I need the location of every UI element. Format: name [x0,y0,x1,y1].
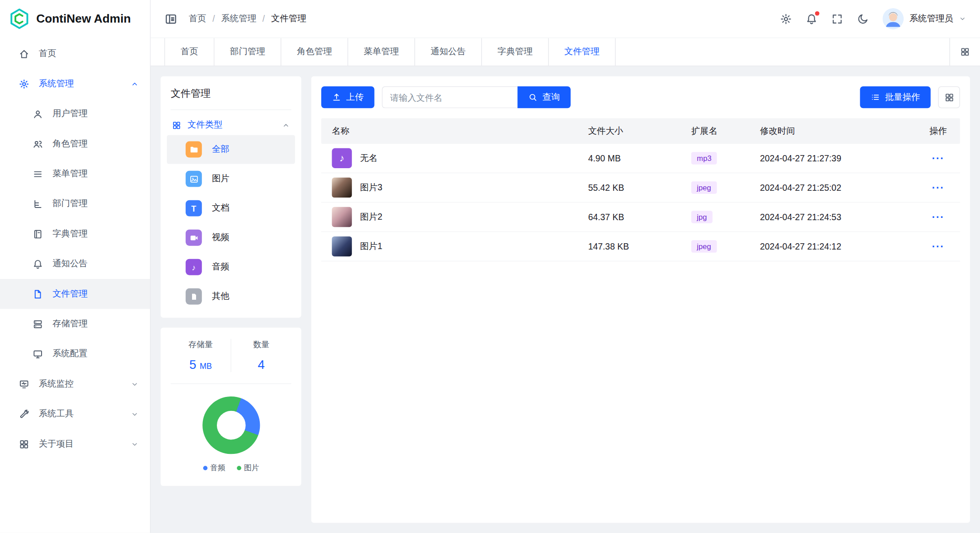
file-type-other[interactable]: 其他 [167,282,295,311]
sidebar-item-system-tools[interactable]: 系统工具 [0,399,150,429]
file-type-all[interactable]: 全部 [167,135,295,164]
tab-dictionary[interactable]: 字典管理 [482,38,549,66]
logo[interactable]: ContiNew Admin [0,0,150,38]
sidebar-item-dictionary[interactable]: 字典管理 [0,219,150,249]
sidebar-item-system-monitor[interactable]: 系统监控 [0,369,150,399]
menu-fold-button[interactable] [164,12,178,25]
file-icon [33,288,43,299]
sidebar-item-system-config[interactable]: 系统配置 [0,339,150,369]
audio-file-icon: ♪ [332,148,352,168]
bell-icon [33,259,43,269]
file-icon [186,288,202,305]
legend-images: 图片 [237,463,259,474]
sidebar-item-menus[interactable]: 菜单管理 [0,159,150,189]
users-icon [33,138,43,149]
notifications-button[interactable] [806,13,817,24]
file-size: 147.38 KB [588,241,691,251]
legend-dot-audio [203,466,207,471]
sidebar-item-roles[interactable]: 角色管理 [0,129,150,159]
count-label: 数量 [231,339,291,350]
count-stat: 数量 4 [230,339,291,372]
menu-fold-icon [164,12,178,25]
tab-files[interactable]: 文件管理 [549,38,616,66]
sidebar-item-label: 菜单管理 [52,168,139,179]
row-actions-button[interactable]: ··· [932,153,944,164]
table-row[interactable]: 图片1 147.38 KB jpeg 2024-04-27 21:24:12 ·… [321,232,960,261]
wrench-icon [19,409,29,420]
grid-view-button[interactable] [938,86,960,108]
legend-label: 图片 [244,463,259,474]
file-type-images[interactable]: 图片 [167,165,295,193]
panel-title: 文件管理 [171,88,291,110]
query-button[interactable]: 查询 [517,86,571,108]
table-row[interactable]: 图片2 64.37 KB jpg 2024-04-27 21:24:53 ··· [321,203,960,232]
search-input[interactable] [382,86,517,108]
row-actions-button[interactable]: ··· [932,212,944,222]
main-column: 首页 / 系统管理 / 文件管理 [150,0,980,533]
file-size: 64.37 KB [588,212,691,222]
breadcrumb-item-home[interactable]: 首页 [189,13,206,24]
settings-button[interactable] [780,13,792,24]
batch-actions-button[interactable]: 批量操作 [860,86,930,108]
folder-icon [186,142,202,158]
storage-icon [33,319,43,330]
file-mtime: 2024-04-27 21:25:02 [760,183,916,193]
tab-label: 字典管理 [497,46,532,57]
grid-icon [172,120,181,130]
tab-notices[interactable]: 通知公告 [415,38,482,66]
file-mtime: 2024-04-27 21:24:53 [760,212,916,222]
file-name: 图片2 [360,212,383,223]
tab-home[interactable]: 首页 [164,38,215,66]
fullscreen-button[interactable] [831,13,843,24]
tab-departments[interactable]: 部门管理 [214,38,281,66]
upload-button[interactable]: 上传 [321,86,375,108]
file-type-section-toggle[interactable]: 文件类型 [171,110,291,134]
file-type-videos[interactable]: 视频 [167,223,295,252]
sidebar-item-files[interactable]: 文件管理 [0,279,150,309]
table-row[interactable]: 图片3 55.42 KB jpeg 2024-04-27 21:25:02 ··… [321,173,960,203]
sidebar-item-storage[interactable]: 存储管理 [0,309,150,339]
breadcrumb-separator: / [212,14,215,24]
sidebar-item-label: 通知公告 [52,258,139,269]
sidebar-item-users[interactable]: 用户管理 [0,99,150,129]
app-root: ContiNew Admin 首页 系统管理 用户管理 角色管理 [0,0,980,533]
table-row[interactable]: ♪ 无名 4.90 MB mp3 2024-04-27 21:27:39 ··· [321,144,960,173]
chevron-down-icon [131,440,139,448]
breadcrumb-item-system[interactable]: 系统管理 [221,13,256,24]
tab-roles[interactable]: 角色管理 [281,38,348,66]
sidebar-item-label: 关于项目 [39,439,122,450]
storage-value: 5 [189,358,196,371]
col-size: 文件大小 [588,125,691,137]
sidebar-item-notices[interactable]: 通知公告 [0,249,150,279]
left-panel: 文件管理 文件类型 全部 [161,76,301,486]
tab-bar: 首页 部门管理 角色管理 菜单管理 通知公告 字典管理 文件管理 [150,38,980,66]
legend-audio: 音频 [203,463,225,474]
sidebar-item-departments[interactable]: 部门管理 [0,189,150,219]
sidebar-item-label: 系统工具 [39,408,122,420]
tab-menus[interactable]: 菜单管理 [348,38,415,66]
theme-toggle-button[interactable] [857,13,868,24]
breadcrumb-separator: / [263,14,265,24]
storage-label: 存储量 [171,339,231,350]
user-menu[interactable]: 系统管理员 [882,8,966,29]
sidebar-item-about[interactable]: 关于项目 [0,429,150,459]
sidebar-item-home[interactable]: 首页 [0,39,150,69]
donut-legend: 音频 图片 [171,463,291,474]
file-type-audio[interactable]: ♪ 音频 [167,253,295,282]
sidebar-item-label: 系统配置 [52,348,139,359]
file-type-documents[interactable]: T 文档 [167,194,295,223]
ext-badge: jpeg [691,181,717,194]
row-actions-button[interactable]: ··· [932,182,944,193]
sidebar-item-label: 部门管理 [52,198,139,210]
tab-options-button[interactable] [949,38,980,66]
storage-stat: 存储量 5 MB [171,339,231,372]
breadcrumb: 首页 / 系统管理 / 文件管理 [189,13,306,24]
sidebar-item-system-management[interactable]: 系统管理 [0,69,150,99]
file-size: 4.90 MB [588,153,691,163]
row-actions-button[interactable]: ··· [932,241,944,252]
file-size: 55.42 KB [588,183,691,193]
toolbar-right: 批量操作 [860,86,960,108]
file-mtime: 2024-04-27 21:24:12 [760,241,916,251]
tree-icon [33,198,43,209]
video-icon [186,230,202,246]
